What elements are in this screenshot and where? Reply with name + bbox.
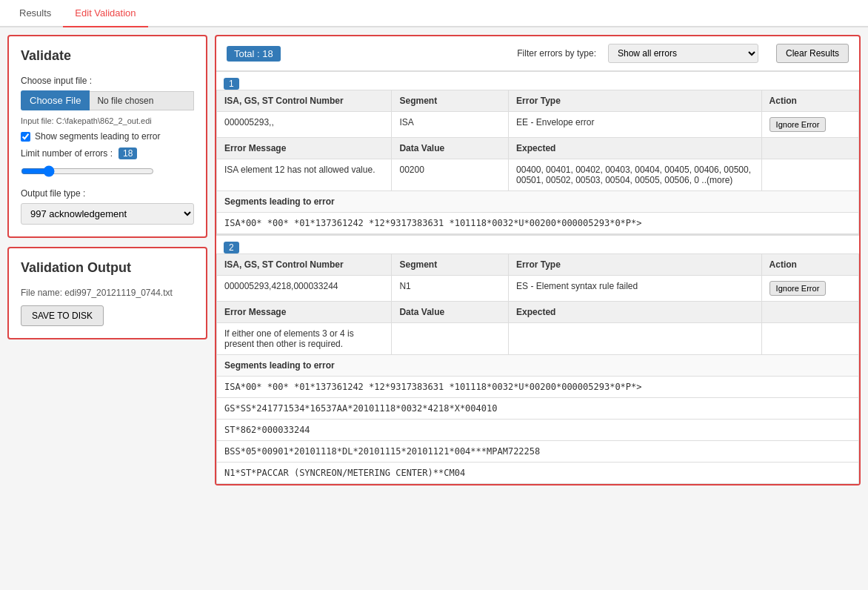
- ignore-error-button[interactable]: Ignore Error: [769, 281, 827, 296]
- expected-header: Expected: [509, 138, 762, 159]
- output-type-select[interactable]: 997 acknowledgement999 acknowledgementHT…: [21, 203, 194, 225]
- filter-label: Filter errors by type:: [517, 48, 596, 59]
- limit-label: Limit number of errors :: [21, 148, 113, 159]
- left-panel: Validate Choose input file : Choose File…: [7, 35, 207, 485]
- segment-line-row: ISA*00* *00* *01*137361242 *12*931738363…: [217, 213, 859, 234]
- isa-gs-st-value: 000005293,4218,000033244: [217, 276, 392, 302]
- col-action: Action: [761, 254, 858, 276]
- segments-leading-header: Segments leading to error: [217, 191, 859, 213]
- segment-line: GS*SS*241771534*16537AA*20101118*0032*42…: [217, 398, 859, 420]
- segment-line-row: ISA*00* *00* *01*137361242 *12*931738363…: [217, 377, 859, 398]
- segment-line: ISA*00* *00* *01*137361242 *12*931738363…: [217, 213, 859, 234]
- error-type-value: ES - Element syntax rule failed: [509, 276, 762, 302]
- tab-bar: Results Edit Validation: [0, 0, 868, 27]
- action-header-2: [761, 302, 858, 323]
- error-message-value: If either one of elements 3 or 4 is pres…: [217, 323, 392, 355]
- clear-results-button[interactable]: Clear Results: [776, 44, 849, 63]
- filter-select[interactable]: Show all errorsEE - Envelope errorES - E…: [608, 44, 758, 63]
- segment-line-row: N1*ST*PACCAR (SYNCREON/METERING CENTER)*…: [217, 463, 859, 484]
- segment-value: N1: [392, 276, 509, 302]
- error-block: 2 ISA, GS, ST Control Number Segment Err…: [216, 234, 859, 484]
- validate-panel: Validate Choose input file : Choose File…: [7, 35, 207, 238]
- col-error-type: Error Type: [509, 254, 762, 276]
- segments-header-row: Segments leading to error: [217, 191, 859, 213]
- limit-row: Limit number of errors : 18: [21, 148, 194, 159]
- output-type-label: Output file type :: [21, 188, 194, 199]
- error-number: 1: [224, 78, 239, 90]
- col-segment: Segment: [392, 254, 509, 276]
- error-msg-row: If either one of elements 3 or 4 is pres…: [217, 323, 859, 355]
- action-cell: Ignore Error: [761, 112, 858, 138]
- segment-line-row: ST*862*000033244: [217, 420, 859, 441]
- slider-container: [21, 165, 194, 179]
- show-segments-label: Show segments leading to error: [35, 131, 160, 142]
- error-msg-header-row: Error Message Data Value Expected: [217, 138, 859, 159]
- segment-value: ISA: [392, 112, 509, 138]
- right-panel: Total : 18 Filter errors by type: Show a…: [215, 35, 861, 485]
- error-msg-row: ISA element 12 has not allowed value. 00…: [217, 159, 859, 191]
- action-cell: Ignore Error: [761, 276, 858, 302]
- segment-line: ST*862*000033244: [217, 420, 859, 441]
- action-header-2: [761, 138, 858, 159]
- error-block: 1 ISA, GS, ST Control Number Segment Err…: [216, 70, 859, 234]
- tab-edit-validation[interactable]: Edit Validation: [63, 0, 147, 27]
- error-message-header: Error Message: [217, 302, 392, 323]
- error-message-value: ISA element 12 has not allowed value.: [217, 159, 392, 191]
- col-isa-gs-st: ISA, GS, ST Control Number: [217, 90, 392, 112]
- col-isa-gs-st: ISA, GS, ST Control Number: [217, 254, 392, 276]
- action-empty: [761, 159, 858, 191]
- isa-gs-st-value: 000005293,,: [217, 112, 392, 138]
- file-input-row: Choose File No file chosen: [21, 90, 194, 110]
- errors-container: 1 ISA, GS, ST Control Number Segment Err…: [216, 70, 859, 484]
- col-error-type: Error Type: [509, 90, 762, 112]
- input-file-path: Input file: C:\fakepath\862_2_out.edi: [21, 116, 194, 125]
- data-value-value: 00200: [392, 159, 509, 191]
- output-type-select-wrapper: 997 acknowledgement999 acknowledgementHT…: [21, 203, 194, 225]
- segments-header-row: Segments leading to error: [217, 355, 859, 377]
- choose-file-button[interactable]: Choose File: [21, 90, 90, 110]
- limit-badge: 18: [118, 148, 137, 159]
- output-file-name: File name: edi997_20121119_0744.txt: [21, 288, 194, 298]
- expected-header: Expected: [509, 302, 762, 323]
- validation-output-title: Validation Output: [21, 260, 194, 276]
- error-message-header: Error Message: [217, 138, 392, 159]
- error-main-row: 000005293,, ISA EE - Envelope error Igno…: [217, 112, 859, 138]
- segment-line: BSS*05*00901*20101118*DL*20101115*201011…: [217, 441, 859, 463]
- error-msg-header-row: Error Message Data Value Expected: [217, 302, 859, 323]
- segments-leading-header: Segments leading to error: [217, 355, 859, 377]
- show-segments-checkbox[interactable]: [21, 132, 30, 142]
- tab-results[interactable]: Results: [7, 0, 63, 26]
- segment-line: N1*ST*PACCAR (SYNCREON/METERING CENTER)*…: [217, 463, 859, 484]
- validation-output-panel: Validation Output File name: edi997_2012…: [7, 247, 207, 339]
- file-input-label: Choose input file :: [21, 76, 194, 86]
- col-action: Action: [761, 90, 858, 112]
- total-badge: Total : 18: [227, 46, 281, 62]
- file-chosen-label: No file chosen: [90, 91, 194, 110]
- data-value-header: Data Value: [392, 302, 509, 323]
- show-segments-row: Show segments leading to error: [21, 131, 194, 142]
- validate-title: Validate: [21, 48, 194, 64]
- data-value-value: [392, 323, 509, 355]
- error-number: 2: [224, 242, 239, 253]
- segment-line-row: GS*SS*241771534*16537AA*20101118*0032*42…: [217, 398, 859, 420]
- action-empty: [761, 323, 858, 355]
- expected-value: [509, 323, 762, 355]
- error-main-row: 000005293,4218,000033244 N1 ES - Element…: [217, 276, 859, 302]
- results-header: Total : 18 Filter errors by type: Show a…: [216, 36, 859, 70]
- ignore-error-button[interactable]: Ignore Error: [769, 117, 827, 132]
- main-layout: Validate Choose input file : Choose File…: [0, 27, 868, 493]
- col-segment: Segment: [392, 90, 509, 112]
- data-value-header: Data Value: [392, 138, 509, 159]
- limit-slider[interactable]: [21, 165, 154, 177]
- expected-value: 00400, 00401, 00402, 00403, 00404, 00405…: [509, 159, 762, 191]
- error-type-value: EE - Envelope error: [509, 112, 762, 138]
- save-to-disk-button[interactable]: SAVE TO DISK: [21, 305, 104, 326]
- segment-line-row: BSS*05*00901*20101118*DL*20101115*201011…: [217, 441, 859, 463]
- segment-line: ISA*00* *00* *01*137361242 *12*931738363…: [217, 377, 859, 398]
